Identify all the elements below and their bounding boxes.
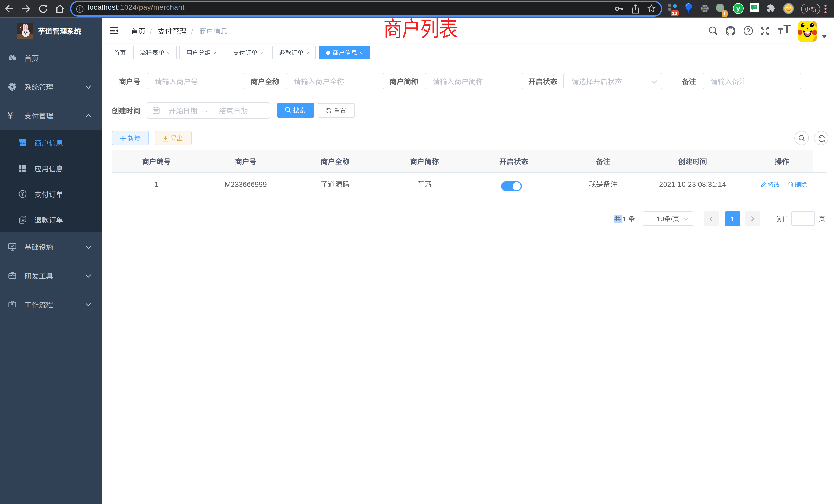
svg-text:y: y	[737, 5, 740, 12]
svg-text:¥: ¥	[21, 190, 24, 197]
